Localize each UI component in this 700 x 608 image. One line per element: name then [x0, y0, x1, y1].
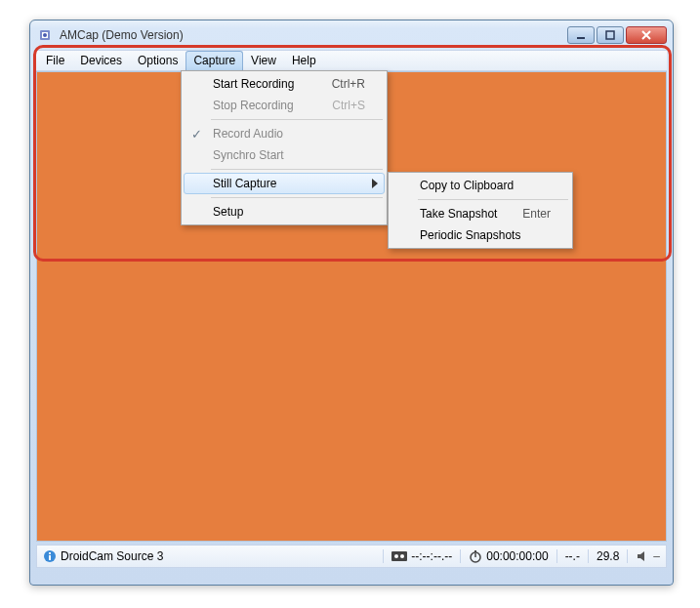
stopwatch-icon	[469, 549, 482, 563]
svg-rect-4	[606, 31, 614, 39]
menu-start-recording[interactable]: Start Recording Ctrl+R	[184, 73, 385, 95]
menu-record-audio: ✓ Record Audio	[184, 123, 385, 144]
maximize-button[interactable]	[597, 26, 624, 44]
status-dropped: --.-	[556, 549, 580, 563]
menu-item-label: Still Capture	[213, 177, 276, 190]
status-dropped-label: --.-	[565, 549, 580, 563]
menu-copy-clipboard[interactable]: Copy to Clipboard	[391, 175, 570, 196]
app-icon	[38, 27, 54, 43]
status-clock-time: 00:00:00:00	[486, 549, 548, 563]
status-tape-time: --:--:--.--	[411, 549, 452, 563]
check-icon: ✓	[191, 127, 202, 142]
titlebar: AMCap (Demo Version)	[30, 20, 673, 50]
svg-rect-12	[474, 550, 476, 552]
svg-rect-6	[49, 555, 51, 560]
status-source: DroidCam Source 3	[43, 549, 163, 563]
info-icon	[43, 549, 57, 563]
menu-synchro-start: Synchro Start	[184, 144, 385, 166]
window-buttons	[565, 26, 667, 44]
svg-rect-3	[577, 37, 585, 39]
window-title: AMCap (Demo Version)	[60, 28, 565, 42]
menu-item-label: Start Recording	[213, 77, 294, 91]
status-fps-label: 29.8	[597, 549, 619, 563]
menu-still-capture[interactable]: Still Capture	[184, 173, 385, 194]
menu-item-label: Copy to Clipboard	[420, 179, 514, 192]
minimize-button[interactable]	[567, 26, 595, 44]
menu-view[interactable]: View	[243, 51, 284, 70]
audio-dash: –	[653, 549, 660, 563]
menu-devices[interactable]: Devices	[72, 51, 130, 70]
cassette-icon	[391, 550, 407, 562]
menu-item-shortcut: Ctrl+S	[332, 99, 365, 112]
close-button[interactable]	[626, 26, 667, 44]
svg-rect-7	[49, 552, 51, 554]
menu-options[interactable]: Options	[130, 51, 185, 70]
submenu-arrow-icon	[372, 179, 378, 188]
menu-file[interactable]: File	[38, 51, 72, 70]
menu-stop-recording: Stop Recording Ctrl+S	[184, 95, 385, 116]
status-tape: --:--:--.--	[383, 549, 452, 563]
still-capture-submenu: Copy to Clipboard Take Snapshot Enter Pe…	[388, 172, 573, 249]
menu-separator	[211, 169, 383, 170]
menu-item-label: Record Audio	[213, 127, 283, 141]
menu-separator	[211, 119, 383, 120]
menu-separator	[418, 199, 568, 200]
status-fps: 29.8	[588, 549, 619, 563]
menu-item-label: Periodic Snapshots	[420, 228, 520, 242]
status-clock: 00:00:00:00	[460, 549, 548, 563]
svg-point-2	[43, 33, 47, 37]
speaker-icon	[636, 549, 649, 563]
menu-capture[interactable]: Capture	[185, 51, 243, 70]
menu-periodic-snapshots[interactable]: Periodic Snapshots	[391, 224, 570, 246]
menubar: File Devices Options Capture View Help	[36, 50, 667, 71]
statusbar: DroidCam Source 3 --:--:--.-- 00:00:00:0…	[36, 545, 667, 568]
menu-take-snapshot[interactable]: Take Snapshot Enter	[391, 203, 570, 224]
svg-point-10	[400, 554, 404, 558]
menu-separator	[211, 197, 383, 198]
menu-item-label: Take Snapshot	[420, 207, 497, 221]
capture-dropdown: Start Recording Ctrl+R Stop Recording Ct…	[181, 70, 388, 225]
menu-item-label: Setup	[213, 205, 243, 219]
menu-help[interactable]: Help	[284, 51, 324, 70]
menu-item-label: Stop Recording	[213, 99, 294, 112]
menu-item-shortcut: Ctrl+R	[332, 77, 365, 91]
svg-rect-8	[391, 551, 407, 561]
status-audio[interactable]: –	[627, 549, 660, 563]
svg-point-9	[394, 554, 398, 558]
status-source-label: DroidCam Source 3	[61, 549, 163, 563]
menu-item-label: Synchro Start	[213, 148, 284, 162]
menu-item-shortcut: Enter	[522, 207, 551, 221]
menu-setup[interactable]: Setup	[184, 201, 385, 223]
